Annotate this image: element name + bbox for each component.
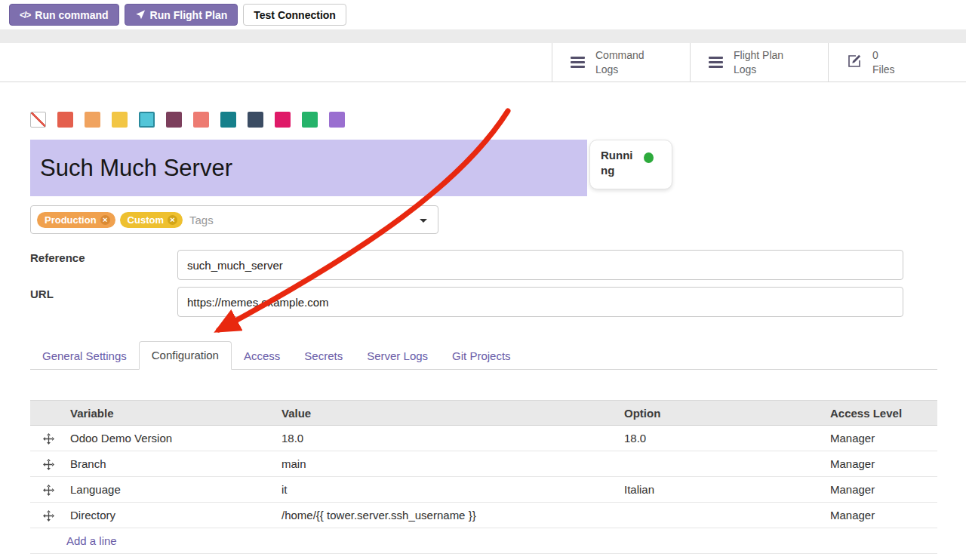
color-swatch-purple[interactable]	[329, 112, 345, 128]
drag-handle-icon[interactable]	[30, 426, 66, 451]
color-swatch-navy[interactable]	[248, 112, 263, 128]
edit-pencil-icon	[847, 54, 862, 72]
run-command-button[interactable]: </> Run command	[9, 4, 119, 26]
command-logs-label: Command Logs	[595, 48, 645, 75]
color-swatch-red[interactable]	[57, 112, 73, 128]
status-green-dot-icon	[644, 152, 654, 163]
flight-plan-logs-button[interactable]: Flight Plan Logs	[690, 43, 828, 82]
add-line-row: Add a line	[30, 528, 937, 554]
color-swatch-orange[interactable]	[85, 112, 100, 128]
plane-icon	[135, 10, 146, 20]
table-header-row: Variable Value Option Access Level	[30, 401, 937, 426]
tab-secrets[interactable]: Secrets	[292, 343, 355, 370]
url-input[interactable]	[177, 287, 903, 317]
tab-access[interactable]: Access	[232, 343, 292, 370]
add-a-line-link[interactable]: Add a line	[66, 534, 117, 547]
server-form-page: { "toolbar": { "run_command": { "icon_gl…	[0, 0, 966, 560]
run-command-label: Run command	[35, 9, 108, 21]
remove-tag-icon[interactable]	[168, 215, 177, 225]
column-header-option: Option	[620, 401, 826, 426]
top-toolbar: </> Run command Run Flight Plan Test Con…	[9, 4, 346, 26]
color-swatch-teal[interactable]	[220, 112, 236, 128]
tag-custom-label: Custom	[128, 214, 164, 226]
drag-handle-icon[interactable]	[30, 451, 66, 477]
color-swatch-salmon[interactable]	[193, 112, 209, 128]
separator-band	[0, 29, 966, 43]
tab-git-projects[interactable]: Git Projects	[440, 343, 523, 370]
color-swatch-magenta[interactable]	[275, 112, 291, 128]
cell-option[interactable]: 18.0	[620, 426, 826, 451]
reference-label: Reference	[30, 251, 85, 264]
code-icon: </>	[20, 10, 30, 20]
color-none-swatch[interactable]	[30, 112, 46, 128]
tab-server-logs[interactable]: Server Logs	[355, 343, 440, 370]
cell-value[interactable]: it	[278, 477, 620, 503]
configuration-table: Variable Value Option Access Level Odoo …	[30, 400, 937, 554]
color-swatch-yellow[interactable]	[112, 112, 128, 128]
cell-variable[interactable]: Language	[66, 477, 278, 503]
dropdown-caret-icon[interactable]	[420, 219, 427, 223]
tag-production: Production	[37, 212, 115, 228]
record-title: Such Much Server	[40, 155, 232, 182]
cell-access-level[interactable]: Manager	[826, 451, 937, 477]
flight-plan-logs-label: Flight Plan Logs	[734, 48, 783, 75]
url-label: URL	[30, 288, 54, 300]
cell-option[interactable]	[620, 503, 826, 528]
files-button[interactable]: 0 Files	[828, 43, 966, 82]
drag-column-header	[30, 401, 66, 426]
column-header-value: Value	[278, 401, 620, 426]
tab-general-settings[interactable]: General Settings	[30, 343, 139, 370]
notebook-tabs: General Settings Configuration Access Se…	[30, 341, 937, 370]
files-label: 0 Files	[872, 48, 895, 75]
cell-value[interactable]: main	[278, 451, 620, 477]
cell-access-level[interactable]: Manager	[826, 426, 937, 451]
color-swatch-plum[interactable]	[166, 112, 182, 128]
cell-value[interactable]: /home/{{ tower.server.ssh_username }}	[278, 503, 620, 528]
record-title-field[interactable]: Such Much Server	[30, 140, 587, 196]
tag-custom: Custom	[120, 212, 183, 228]
cell-option[interactable]	[620, 451, 826, 477]
color-swatch-green[interactable]	[302, 112, 318, 128]
cell-access-level[interactable]: Manager	[826, 477, 937, 503]
status-label: Running	[601, 148, 637, 189]
color-palette	[30, 112, 345, 128]
table-row[interactable]: Branch main Manager	[30, 451, 937, 477]
cell-variable[interactable]: Directory	[66, 503, 278, 528]
reference-input[interactable]	[177, 250, 903, 280]
drag-handle-icon[interactable]	[30, 503, 66, 528]
list-icon	[709, 57, 723, 68]
stat-button-row: Command Logs Flight Plan Logs 0 Files	[0, 43, 966, 82]
run-flight-plan-label: Run Flight Plan	[150, 9, 228, 21]
cell-variable[interactable]: Odoo Demo Version	[66, 426, 278, 451]
test-connection-label: Test Connection	[254, 9, 336, 21]
cell-access-level[interactable]: Manager	[826, 503, 937, 528]
test-connection-button[interactable]: Test Connection	[243, 4, 346, 26]
cell-option[interactable]: Italian	[620, 477, 826, 503]
tag-production-label: Production	[45, 214, 97, 226]
remove-tag-icon[interactable]	[100, 215, 110, 225]
run-flight-plan-button[interactable]: Run Flight Plan	[125, 4, 238, 26]
column-header-variable: Variable	[66, 401, 278, 426]
drag-handle-icon[interactable]	[30, 477, 66, 503]
command-logs-button[interactable]: Command Logs	[552, 43, 690, 82]
cell-value[interactable]: 18.0	[278, 426, 620, 451]
tags-placeholder: Tags	[189, 214, 214, 226]
table-row[interactable]: Odoo Demo Version 18.0 18.0 Manager	[30, 426, 937, 451]
cell-variable[interactable]: Branch	[66, 451, 278, 477]
tags-field[interactable]: Production Custom Tags	[30, 205, 438, 234]
column-header-access-level: Access Level	[826, 401, 937, 426]
table-row[interactable]: Language it Italian Manager	[30, 477, 937, 503]
list-icon	[571, 57, 585, 68]
tab-configuration[interactable]: Configuration	[139, 341, 232, 370]
color-swatch-cyan-selected[interactable]	[139, 112, 155, 128]
status-card[interactable]: Running	[589, 140, 672, 189]
table-row[interactable]: Directory /home/{{ tower.server.ssh_user…	[30, 503, 937, 528]
